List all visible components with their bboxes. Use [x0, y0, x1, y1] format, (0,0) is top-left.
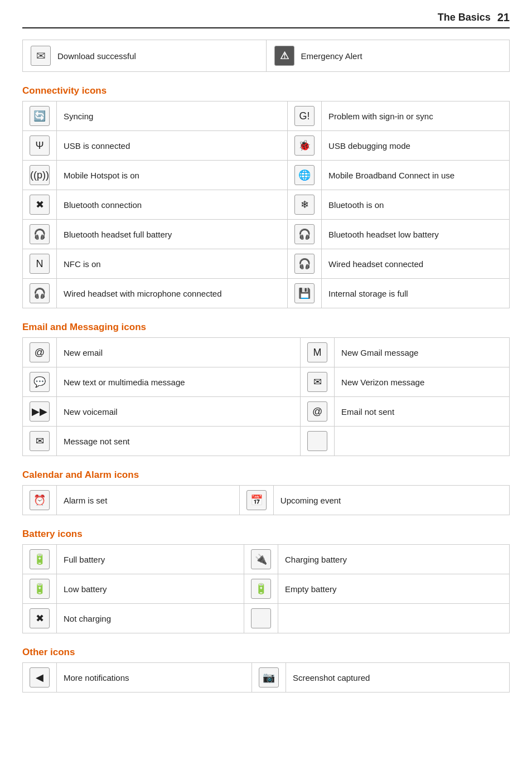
icon-cell: [244, 604, 278, 633]
icon-cell: 🔌: [244, 545, 278, 574]
icon-box: 📷: [259, 667, 279, 687]
icon-cell: 🔄: [23, 101, 57, 131]
text-cell: Problem with sign-in or sync: [322, 101, 510, 131]
text-cell: [278, 604, 510, 633]
icon-box: ⏰: [30, 490, 50, 510]
icon-box: 🎧: [30, 283, 50, 303]
icon-box: [251, 608, 271, 628]
icon-box: G!: [294, 106, 315, 126]
download-icon: ✉: [31, 46, 51, 66]
icon-cell: 🎧: [23, 220, 57, 249]
table-row: ⏰Alarm is set📅Upcoming event: [23, 486, 510, 515]
icon-cell: ✉: [23, 427, 57, 456]
icon-cell: @: [301, 397, 335, 427]
icon-cell: ✉: [301, 367, 335, 397]
table-row: ◀More notifications📷Screenshot captured: [23, 663, 510, 693]
text-cell: Not charging: [57, 604, 244, 633]
table-row: ((p))Mobile Hotspot is on🌐Mobile Broadba…: [23, 161, 510, 190]
text-cell: New email: [57, 338, 301, 367]
icon-cell: 🔋: [244, 574, 278, 604]
text-cell: USB is connected: [57, 131, 288, 161]
icon-box: ✉: [307, 372, 327, 392]
text-cell: Screenshot captured: [286, 663, 509, 693]
table-row: NNFC is on🎧Wired headset connected: [23, 249, 510, 279]
icon-box: ✉: [30, 431, 50, 451]
icon-box: 📅: [246, 490, 267, 510]
icon-cell: 📷: [252, 663, 286, 693]
header-title: The Basics: [438, 12, 491, 23]
icon-box: @: [307, 401, 327, 422]
page-header: The Basics 21: [22, 11, 510, 28]
section-title: Calendar and Alarm icons: [22, 469, 510, 481]
icon-box: M: [307, 342, 327, 362]
table-row: 💬New text or multimedia message✉New Veri…: [23, 367, 510, 397]
table-row: 🔋Low battery🔋Empty battery: [23, 574, 510, 604]
text-cell: Bluetooth headset full battery: [57, 220, 288, 249]
text-cell: Internal storage is full: [322, 279, 510, 308]
top-cell-emergency: ⚠ Emergency Alert: [267, 40, 510, 71]
text-cell: New text or multimedia message: [57, 367, 301, 397]
icon-box: 🎧: [30, 224, 50, 244]
icon-cell: ❄: [288, 190, 322, 220]
icon-box: 💾: [294, 283, 315, 303]
emergency-icon: ⚠: [274, 46, 294, 66]
icon-cell: 🎧: [23, 279, 57, 308]
icon-box: 🔋: [251, 579, 271, 599]
icon-box: 🎧: [294, 254, 315, 274]
text-cell: New Gmail message: [335, 338, 510, 367]
icon-cell: ((p)): [23, 161, 57, 190]
text-cell: Syncing: [57, 101, 288, 131]
top-row: ✉ Download successful ⚠ Emergency Alert: [22, 40, 510, 72]
icon-cell: 🔋: [23, 574, 57, 604]
icon-table: ◀More notifications📷Screenshot captured: [22, 662, 510, 693]
table-row: 🎧Bluetooth headset full battery🎧Bluetoot…: [23, 220, 510, 249]
sections-container: Connectivity icons🔄SyncingG!Problem with…: [22, 85, 510, 693]
icon-cell: 📅: [239, 486, 273, 515]
icon-box: 💬: [30, 372, 50, 392]
icon-box: 🐞: [294, 135, 315, 156]
icon-cell: ◀: [23, 663, 57, 693]
text-cell: Mobile Hotspot is on: [57, 161, 288, 190]
icon-table: 🔋Full battery🔌Charging battery🔋Low batte…: [22, 544, 510, 633]
text-cell: Mobile Broadband Connect in use: [322, 161, 510, 190]
table-row: ▶▶New voicemail@Email not sent: [23, 397, 510, 427]
icon-cell: ✖: [23, 604, 57, 633]
text-cell: Bluetooth headset low battery: [322, 220, 510, 249]
icon-box: [307, 431, 327, 451]
text-cell: Bluetooth connection: [57, 190, 288, 220]
section-title: Email and Messaging icons: [22, 322, 510, 333]
top-cell-download: ✉ Download successful: [23, 40, 267, 71]
icon-cell: 🌐: [288, 161, 322, 190]
text-cell: Wired headset with microphone connected: [57, 279, 288, 308]
table-row: ✖Not charging: [23, 604, 510, 633]
icon-box: 🔋: [30, 579, 50, 599]
text-cell: USB debugging mode: [322, 131, 510, 161]
icon-table: 🔄SyncingG!Problem with sign-in or syncΨU…: [22, 101, 510, 308]
section-title: Other icons: [22, 647, 510, 658]
table-row: 🔄SyncingG!Problem with sign-in or sync: [23, 101, 510, 131]
download-label: Download successful: [57, 51, 136, 61]
icon-cell: 💾: [288, 279, 322, 308]
text-cell: Bluetooth is on: [322, 190, 510, 220]
icon-box: ❄: [294, 195, 315, 215]
text-cell: Low battery: [57, 574, 244, 604]
icon-cell: [301, 427, 335, 456]
icon-box: ✖: [30, 608, 50, 628]
icon-box: @: [30, 342, 50, 362]
icon-cell: ⏰: [23, 486, 57, 515]
icon-box: N: [30, 254, 50, 274]
text-cell: [335, 427, 510, 456]
icon-box: ((p)): [30, 165, 50, 185]
icon-cell: 🎧: [288, 220, 322, 249]
section-title: Battery icons: [22, 529, 510, 540]
text-cell: Message not sent: [57, 427, 301, 456]
text-cell: New Verizon message: [335, 367, 510, 397]
text-cell: NFC is on: [57, 249, 288, 279]
text-cell: Full battery: [57, 545, 244, 574]
icon-cell: ▶▶: [23, 397, 57, 427]
page-number: 21: [497, 11, 510, 24]
icon-cell: 🎧: [288, 249, 322, 279]
table-row: 🔋Full battery🔌Charging battery: [23, 545, 510, 574]
icon-cell: 💬: [23, 367, 57, 397]
section-title: Connectivity icons: [22, 85, 510, 96]
